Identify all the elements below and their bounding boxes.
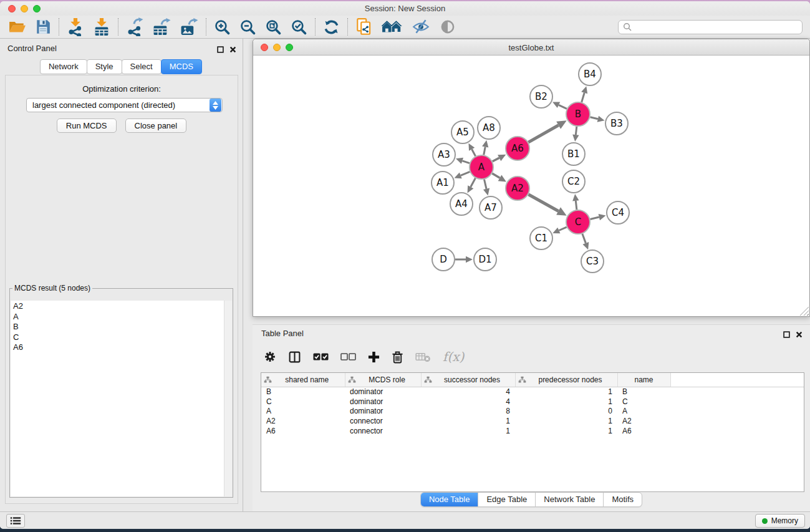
table-row[interactable]: Bdominator41B [261, 387, 804, 397]
edge-A-A8[interactable] [484, 147, 485, 155]
edge-A-A3[interactable] [462, 161, 470, 163]
deselect-all-button[interactable] [340, 352, 356, 361]
cell[interactable]: 1 [421, 426, 515, 436]
cell[interactable]: C [261, 397, 345, 407]
import-network-button[interactable] [67, 17, 84, 36]
tab-mcds[interactable]: MCDS [161, 59, 202, 74]
cell[interactable]: 4 [421, 387, 515, 397]
cell[interactable]: 4 [421, 397, 515, 407]
result-item[interactable]: B [11, 322, 223, 332]
result-scrollbar[interactable] [224, 301, 232, 496]
zoom-out-button[interactable] [239, 19, 256, 36]
cell[interactable]: A6 [261, 426, 345, 436]
column-header-predecessor-nodes[interactable]: predecessor nodes [515, 373, 617, 387]
delete-table-button[interactable] [415, 352, 431, 362]
home-networks-button[interactable] [382, 19, 403, 35]
network-window-titlebar[interactable]: testGlobe.txt [253, 39, 809, 56]
zoom-fit-button[interactable] [265, 19, 282, 36]
result-item[interactable]: A6 [11, 342, 223, 353]
tab-edge-table[interactable]: Edge Table [478, 493, 535, 506]
cell[interactable]: B [617, 387, 670, 397]
function-builder-button[interactable]: f(x) [443, 349, 464, 364]
edge-A-A1[interactable] [461, 172, 470, 175]
cell[interactable]: 8 [421, 407, 515, 417]
cell[interactable]: 1 [515, 397, 617, 407]
edge-A-A2[interactable] [492, 173, 499, 178]
edge-B-B4[interactable] [582, 93, 584, 102]
edge-A-A6[interactable] [493, 158, 499, 162]
cell[interactable]: dominator [345, 407, 421, 417]
edge-A-A5[interactable] [472, 149, 476, 156]
close-table-panel-button[interactable] [796, 329, 803, 341]
close-panel-push-button[interactable]: Close panel [125, 118, 187, 133]
cell[interactable]: dominator [345, 387, 421, 397]
tab-node-table[interactable]: Node Table [421, 493, 478, 506]
column-header-successor-nodes[interactable]: successor nodes [421, 373, 515, 387]
close-panel-button[interactable] [229, 44, 236, 56]
column-header-name[interactable]: name [617, 373, 670, 387]
export-table-button[interactable] [152, 17, 171, 36]
table-row[interactable]: Adominator80A [261, 407, 804, 417]
result-item[interactable]: C [11, 332, 223, 343]
float-panel-button[interactable] [217, 44, 224, 56]
cell[interactable]: 1 [515, 426, 617, 436]
edge-B-B1[interactable] [576, 127, 576, 135]
export-image-button[interactable] [180, 17, 198, 36]
export-network-button[interactable] [126, 17, 143, 36]
zoom-in-button[interactable] [214, 19, 231, 36]
edge-B-B3[interactable] [590, 117, 597, 119]
refresh-button[interactable] [323, 19, 340, 36]
cell[interactable]: 1 [515, 387, 617, 397]
edge-C-C3[interactable] [582, 234, 586, 243]
edge-C-C2[interactable] [576, 201, 577, 210]
memory-button[interactable]: Memory [755, 514, 805, 528]
zoom-selected-button[interactable] [291, 19, 307, 36]
cell[interactable]: A6 [617, 426, 670, 436]
cell[interactable]: A2 [617, 416, 670, 426]
cell[interactable]: dominator [345, 397, 421, 407]
table-settings-button[interactable] [264, 351, 276, 363]
edge-A2-C[interactable] [528, 195, 558, 211]
tab-network[interactable]: Network [40, 59, 87, 74]
column-header-MCDS-role[interactable]: MCDS role [345, 373, 421, 387]
tab-motifs[interactable]: Motifs [603, 493, 642, 506]
table-row[interactable]: A2connector11A2 [261, 416, 804, 426]
cell[interactable]: 1 [421, 416, 515, 426]
float-table-panel-button[interactable] [783, 329, 790, 341]
cell[interactable]: connector [345, 426, 421, 436]
save-session-button[interactable] [35, 19, 51, 35]
cell[interactable]: B [261, 387, 345, 397]
cell[interactable]: 0 [515, 407, 617, 417]
table-row[interactable]: Cdominator41C [261, 397, 804, 407]
result-item[interactable]: A2 [11, 301, 223, 312]
edge-A-A7[interactable] [484, 179, 486, 188]
show-column-button[interactable] [288, 351, 301, 364]
tab-style[interactable]: Style [87, 59, 122, 74]
cell[interactable]: connector [345, 416, 421, 426]
edge-A-A4[interactable] [471, 178, 476, 187]
edge-C-C4[interactable] [590, 217, 599, 219]
clone-network-button[interactable] [355, 17, 373, 36]
task-history-button[interactable] [6, 514, 25, 528]
show-view-button[interactable] [439, 19, 456, 35]
edge-B-B2[interactable] [559, 105, 567, 109]
table-row[interactable]: A6connector11A6 [261, 426, 804, 436]
create-column-button[interactable] [368, 351, 380, 363]
run-mcds-button[interactable]: Run MCDS [57, 118, 117, 133]
cell[interactable]: A [261, 407, 345, 417]
search-input[interactable] [635, 22, 798, 31]
cell[interactable]: C [617, 397, 670, 407]
tab-select[interactable]: Select [122, 59, 162, 74]
cell[interactable]: A [617, 407, 670, 417]
open-session-button[interactable] [9, 19, 26, 35]
search-field[interactable] [618, 20, 803, 34]
criterion-select[interactable]: largest connected component (directed) [26, 98, 223, 112]
result-item[interactable]: A [11, 312, 223, 322]
edge-C-C1[interactable] [559, 227, 566, 230]
hide-view-button[interactable] [412, 19, 430, 35]
cell[interactable]: 1 [515, 416, 617, 426]
edge-A6-B[interactable] [528, 125, 558, 142]
tab-network-table[interactable]: Network Table [535, 493, 603, 506]
delete-column-button[interactable] [392, 351, 403, 364]
column-header-shared-name[interactable]: shared name [261, 373, 345, 387]
